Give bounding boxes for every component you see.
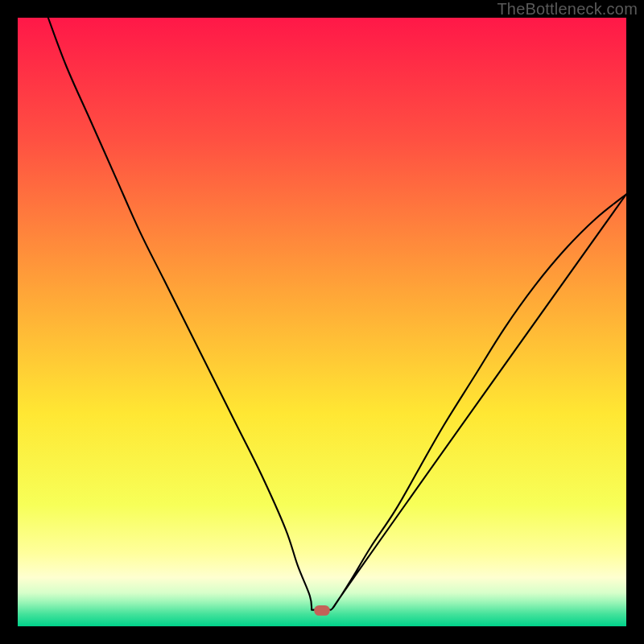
watermark-text: TheBottleneck.com [497, 0, 638, 19]
bottleneck-chart: TheBottleneck.com [0, 0, 644, 644]
plot-svg [18, 18, 626, 626]
minimum-marker [314, 605, 330, 616]
